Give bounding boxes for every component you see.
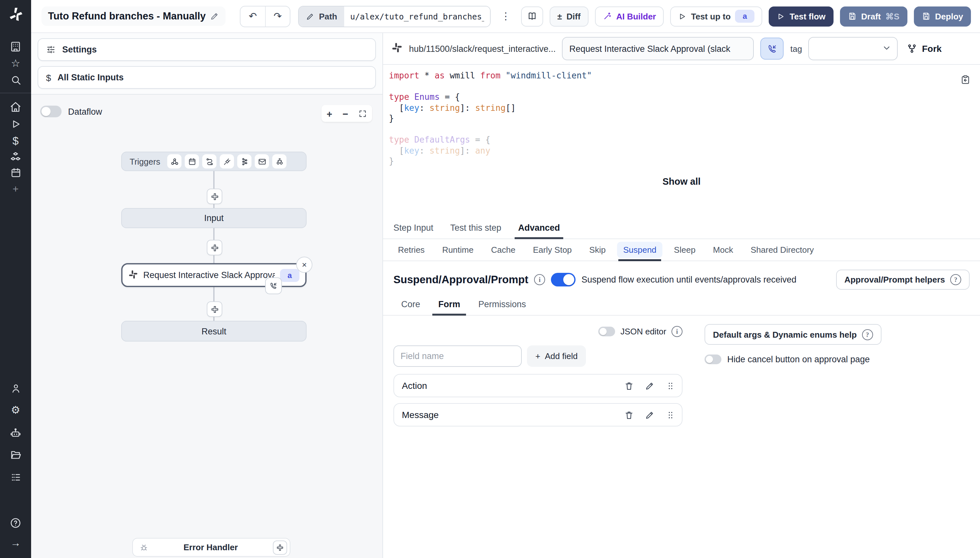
resources-boxes-icon[interactable] bbox=[0, 149, 31, 166]
result-node[interactable]: Result bbox=[121, 321, 307, 341]
workspace-icon[interactable] bbox=[0, 38, 31, 55]
websocket-trigger-icon[interactable] bbox=[220, 154, 234, 169]
suspend-phone-toggle-button[interactable] bbox=[761, 38, 784, 60]
subtab-early-stop[interactable]: Early Stop bbox=[528, 239, 576, 261]
flow-canvas[interactable]: Dataflow + − Triggers bbox=[31, 95, 382, 558]
zoom-in-button[interactable]: + bbox=[327, 108, 333, 119]
add-plus-icon[interactable]: + bbox=[0, 181, 31, 198]
http-route-trigger-icon[interactable] bbox=[202, 154, 217, 169]
info-icon[interactable]: i bbox=[534, 274, 545, 285]
tab-advanced[interactable]: Advanced bbox=[518, 223, 560, 238]
remove-step-button[interactable]: × bbox=[296, 257, 312, 273]
script-hub-path[interactable]: hub/11500/slack/request_interactive... bbox=[409, 44, 556, 54]
subtab-suspend[interactable]: Suspend bbox=[619, 239, 661, 261]
test-flow-button[interactable]: Test flow bbox=[769, 6, 834, 26]
drag-handle-grip-icon[interactable] bbox=[666, 381, 675, 391]
email-trigger-icon[interactable] bbox=[255, 154, 269, 169]
subtab-skip[interactable]: Skip bbox=[584, 239, 610, 261]
deploy-button[interactable]: Deploy bbox=[914, 6, 971, 26]
fork-button[interactable]: Fork bbox=[907, 43, 942, 54]
subtab-runtime[interactable]: Runtime bbox=[438, 239, 478, 261]
hide-cancel-toggle[interactable] bbox=[704, 354, 721, 364]
help-icon[interactable] bbox=[0, 515, 31, 532]
windmill-logo-icon[interactable] bbox=[8, 7, 23, 22]
favorites-star-icon[interactable]: ☆ bbox=[0, 55, 31, 72]
draft-save-button[interactable]: Draft⌘S bbox=[840, 6, 907, 26]
edit-title-pencil-icon[interactable] bbox=[210, 11, 219, 21]
docs-book-button[interactable] bbox=[521, 6, 543, 26]
path-input[interactable] bbox=[344, 6, 490, 26]
flow-title[interactable]: Tuto Refund branches - Manually bbox=[41, 7, 226, 26]
form-field-row[interactable]: Message bbox=[394, 403, 683, 427]
edit-field-pencil-icon[interactable] bbox=[645, 410, 655, 420]
step-name-input[interactable] bbox=[562, 37, 754, 60]
show-all-button[interactable]: Show all bbox=[383, 169, 980, 194]
variables-dollar-icon[interactable]: $ bbox=[0, 132, 31, 149]
info-icon[interactable]: i bbox=[671, 326, 683, 337]
tag-select[interactable] bbox=[809, 37, 898, 60]
expand-sidebar-arrow-icon[interactable]: → bbox=[0, 535, 31, 551]
webhook-trigger-icon[interactable] bbox=[167, 154, 182, 169]
workers-robot-icon[interactable] bbox=[0, 425, 31, 441]
drag-handle-grip-icon[interactable] bbox=[666, 410, 675, 420]
subtab-cache[interactable]: Cache bbox=[486, 239, 520, 261]
subtab-sleep[interactable]: Sleep bbox=[670, 239, 700, 261]
copy-code-icon[interactable] bbox=[960, 74, 970, 84]
add-error-handler-button[interactable] bbox=[273, 540, 287, 555]
tab-permissions[interactable]: Permissions bbox=[471, 299, 534, 315]
schedule-trigger-icon[interactable] bbox=[185, 154, 199, 169]
approval-prompt-helpers-button[interactable]: Approval/Prompt helpers ? bbox=[836, 269, 970, 290]
folders-icon[interactable] bbox=[0, 446, 31, 463]
redo-button[interactable]: ↷ bbox=[265, 6, 290, 26]
diff-button[interactable]: ±Diff bbox=[550, 6, 589, 26]
delete-field-trash-icon[interactable] bbox=[624, 381, 634, 391]
detail-list-icon[interactable] bbox=[0, 469, 31, 486]
tab-test-this-step[interactable]: Test this step bbox=[450, 223, 501, 238]
tab-form[interactable]: Form bbox=[431, 299, 468, 315]
scheduled-poll-trigger-icon[interactable] bbox=[272, 154, 286, 169]
fit-view-button[interactable] bbox=[358, 109, 367, 118]
more-options-kebab-icon[interactable]: ⋮ bbox=[498, 10, 513, 22]
json-editor-toggle[interactable] bbox=[598, 326, 615, 336]
error-handler-node[interactable]: Error Handler bbox=[132, 538, 291, 557]
form-field-row[interactable]: Action bbox=[394, 374, 683, 397]
home-icon[interactable] bbox=[0, 98, 31, 115]
undo-button[interactable]: ↶ bbox=[241, 6, 265, 26]
diff-icon: ± bbox=[557, 11, 562, 21]
settings-gear-icon[interactable]: ⚙ bbox=[0, 402, 31, 419]
default-args-help-button[interactable]: Default args & Dynamic enums help ? bbox=[704, 324, 882, 345]
flow-settings-button[interactable]: Settings bbox=[38, 38, 376, 61]
path-chip[interactable]: Path bbox=[299, 6, 344, 26]
subtab-shared-directory[interactable]: Shared Directory bbox=[746, 239, 818, 261]
tab-step-input[interactable]: Step Input bbox=[394, 223, 433, 238]
subtab-mock[interactable]: Mock bbox=[708, 239, 738, 261]
tab-core[interactable]: Core bbox=[394, 299, 428, 315]
schedules-calendar-icon[interactable] bbox=[0, 164, 31, 181]
field-name-input[interactable] bbox=[394, 345, 522, 367]
kafka-trigger-icon[interactable] bbox=[237, 154, 251, 169]
code-editor[interactable]: import * as wmill from "windmill-client"… bbox=[383, 65, 980, 169]
subtab-retries[interactable]: Retries bbox=[394, 239, 429, 261]
ai-builder-button[interactable]: AI Builder bbox=[595, 6, 664, 26]
edit-field-pencil-icon[interactable] bbox=[645, 381, 655, 391]
runs-play-icon[interactable] bbox=[0, 115, 31, 132]
insert-step-button[interactable] bbox=[207, 189, 222, 204]
input-node[interactable]: Input bbox=[121, 208, 307, 228]
add-field-button[interactable]: +Add field bbox=[527, 345, 586, 367]
user-icon[interactable] bbox=[0, 380, 31, 397]
plus-icon: + bbox=[535, 351, 540, 361]
triggers-label: Triggers bbox=[130, 156, 160, 166]
insert-step-button[interactable] bbox=[207, 301, 222, 317]
approval-step-node[interactable]: Request Interactive Slack Approval (... … bbox=[121, 263, 307, 287]
suspend-section-header: Suspend/Approval/Prompt i Suspend flow e… bbox=[383, 261, 980, 295]
zoom-out-button[interactable]: − bbox=[343, 108, 348, 119]
dataflow-toggle[interactable] bbox=[40, 106, 62, 117]
triggers-node[interactable]: Triggers bbox=[121, 152, 307, 171]
search-icon[interactable] bbox=[0, 71, 31, 88]
test-up-to-button[interactable]: Test up toa bbox=[670, 6, 762, 26]
suspend-enable-toggle[interactable] bbox=[551, 273, 576, 286]
all-static-inputs-button[interactable]: $ All Static Inputs bbox=[38, 66, 376, 89]
delete-field-trash-icon[interactable] bbox=[624, 410, 634, 420]
fork-icon bbox=[907, 43, 918, 54]
insert-step-button[interactable] bbox=[207, 240, 222, 255]
